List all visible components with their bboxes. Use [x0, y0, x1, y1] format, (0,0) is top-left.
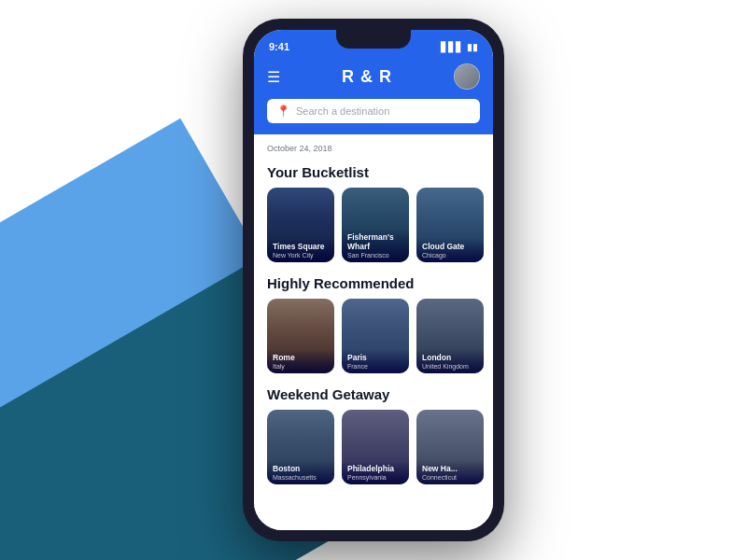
menu-icon[interactable]: ☰ [267, 68, 280, 86]
phone-screen: 9:41 ▋▋▋ ▮▮ ☰ R & R 📍 Search a destinati… [254, 30, 493, 530]
card-name: Boston [273, 464, 329, 473]
card-text: New Ha... Connecticut [416, 460, 484, 484]
card-new-haven[interactable]: New Ha... Connecticut [416, 410, 484, 484]
app-content[interactable]: October 24, 2018 Your Bucketlist Times S… [254, 134, 493, 530]
card-text: Paris France [342, 349, 409, 373]
card-text: Cloud Gate Chicago [416, 238, 484, 262]
weekend-getaway-cards-row: Boston Massachusetts Philadelphia Pennsy… [254, 410, 493, 484]
card-name: Philadelphia [347, 464, 403, 473]
card-subtitle: Italy [273, 363, 329, 370]
bucketlist-title: Your Bucketlist [254, 157, 493, 188]
card-name: Times Square [273, 242, 329, 251]
bucketlist-section: October 24, 2018 Your Bucketlist Times S… [254, 134, 493, 262]
status-time: 9:41 [269, 41, 289, 52]
app-title: R & R [342, 67, 392, 87]
highly-recommended-section: Highly Recommended Rome Italy [254, 268, 493, 373]
card-rome[interactable]: Rome Italy [267, 299, 334, 373]
card-cloud-gate[interactable]: Cloud Gate Chicago [416, 188, 484, 262]
card-subtitle: Pennsylvania [347, 474, 403, 481]
card-text: Rome Italy [267, 349, 334, 373]
card-paris[interactable]: Paris France [342, 299, 409, 373]
section-date: October 24, 2018 [254, 134, 493, 157]
weekend-getaway-title: Weekend Getaway [254, 379, 493, 410]
card-text: London United Kingdom [416, 349, 484, 373]
card-times-square[interactable]: Times Square New York City [267, 188, 334, 262]
card-name: Cloud Gate [422, 242, 478, 251]
card-text: Fisherman's Wharf San Francisco [342, 229, 409, 262]
avatar-image [455, 64, 479, 89]
bottom-spacer [254, 484, 493, 503]
status-icons: ▋▋▋ ▮▮ [441, 42, 478, 52]
search-placeholder: Search a destination [296, 105, 389, 117]
card-fishermans-wharf[interactable]: Fisherman's Wharf San Francisco [342, 188, 409, 262]
card-subtitle: Massachusetts [273, 474, 329, 481]
bucketlist-cards-row: Times Square New York City Fisherman's W… [254, 188, 493, 262]
highly-recommended-cards-row: Rome Italy Paris France [254, 299, 493, 373]
card-name: Paris [347, 353, 403, 362]
card-subtitle: United Kingdom [422, 363, 478, 370]
card-text: Times Square New York City [267, 238, 334, 262]
phone-notch [336, 30, 411, 49]
phone-frame: 9:41 ▋▋▋ ▮▮ ☰ R & R 📍 Search a destinati… [243, 19, 504, 541]
card-text: Philadelphia Pennsylvania [342, 460, 409, 484]
app-header: ☰ R & R [254, 56, 493, 99]
card-name: Rome [273, 353, 329, 362]
battery-icon: ▮▮ [467, 42, 478, 52]
search-bar: 📍 Search a destination [254, 99, 493, 134]
card-name: Fisherman's Wharf [347, 232, 403, 251]
card-london[interactable]: London United Kingdom [416, 299, 484, 373]
search-input-wrap[interactable]: 📍 Search a destination [267, 99, 480, 123]
card-subtitle: Chicago [422, 252, 478, 259]
weekend-getaway-section: Weekend Getaway Boston Massachusetts [254, 379, 493, 484]
card-boston[interactable]: Boston Massachusetts [267, 410, 334, 484]
signal-icon: ▋▋▋ [441, 42, 463, 52]
card-subtitle: France [347, 363, 403, 370]
card-name: London [422, 353, 478, 362]
card-name: New Ha... [422, 464, 478, 473]
highly-recommended-title: Highly Recommended [254, 268, 493, 299]
card-text: Boston Massachusetts [267, 460, 334, 484]
location-pin-icon: 📍 [276, 105, 290, 118]
card-subtitle: Connecticut [422, 474, 478, 481]
avatar[interactable] [454, 63, 480, 90]
card-subtitle: New York City [273, 252, 329, 259]
card-philadelphia[interactable]: Philadelphia Pennsylvania [342, 410, 409, 484]
card-subtitle: San Francisco [347, 252, 403, 259]
